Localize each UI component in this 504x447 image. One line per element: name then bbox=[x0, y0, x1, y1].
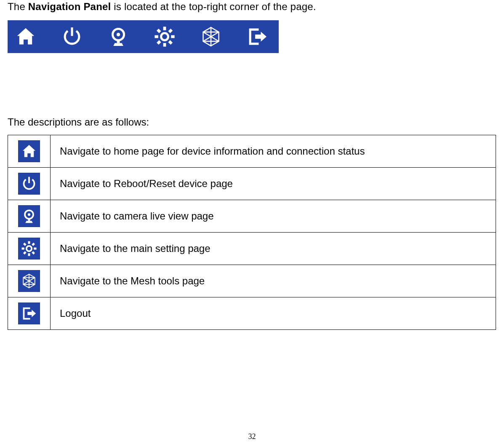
desc-camera: Navigate to camera live view page bbox=[51, 200, 496, 233]
mesh-icon bbox=[198, 25, 224, 48]
icon-cell-mesh bbox=[8, 265, 51, 297]
camera-icon bbox=[106, 25, 131, 48]
intro-bold: Navigation Panel bbox=[28, 1, 111, 12]
table-row: Navigate to home page for device informa… bbox=[8, 135, 496, 168]
navigation-panel-screenshot bbox=[8, 20, 279, 53]
table-row: Navigate to the main setting page bbox=[8, 233, 496, 265]
home-icon bbox=[13, 25, 38, 48]
descriptions-intro: The descriptions are as follows: bbox=[8, 116, 496, 128]
desc-logout: Logout bbox=[51, 297, 496, 330]
intro-prefix: The bbox=[8, 1, 28, 12]
intro-text: The Navigation Panel is located at the t… bbox=[8, 1, 496, 13]
camera-icon bbox=[18, 205, 40, 227]
icon-cell-camera bbox=[8, 200, 51, 233]
mesh-icon bbox=[18, 270, 40, 292]
icon-cell-logout bbox=[8, 297, 51, 330]
icon-description-table: Navigate to home page for device informa… bbox=[8, 135, 496, 330]
gear-icon bbox=[18, 238, 40, 260]
icon-cell-gear bbox=[8, 233, 51, 265]
table-row: Logout bbox=[8, 297, 496, 330]
power-icon bbox=[18, 173, 40, 195]
table-row: Navigate to the Mesh tools page bbox=[8, 265, 496, 297]
desc-power: Navigate to Reboot/Reset device page bbox=[51, 168, 496, 200]
icon-cell-home bbox=[8, 135, 51, 168]
table-row: Navigate to Reboot/Reset device page bbox=[8, 168, 496, 200]
icon-cell-power bbox=[8, 168, 51, 200]
logout-icon bbox=[18, 302, 40, 324]
desc-home: Navigate to home page for device informa… bbox=[51, 135, 496, 168]
desc-gear: Navigate to the main setting page bbox=[51, 233, 496, 265]
table-row: Navigate to camera live view page bbox=[8, 200, 496, 233]
logout-icon bbox=[245, 25, 270, 48]
intro-suffix: is located at the top-right corner of th… bbox=[111, 1, 316, 12]
gear-icon bbox=[152, 25, 177, 48]
home-icon bbox=[18, 140, 40, 162]
page-number: 32 bbox=[0, 432, 504, 441]
desc-mesh: Navigate to the Mesh tools page bbox=[51, 265, 496, 297]
power-icon bbox=[59, 25, 85, 48]
